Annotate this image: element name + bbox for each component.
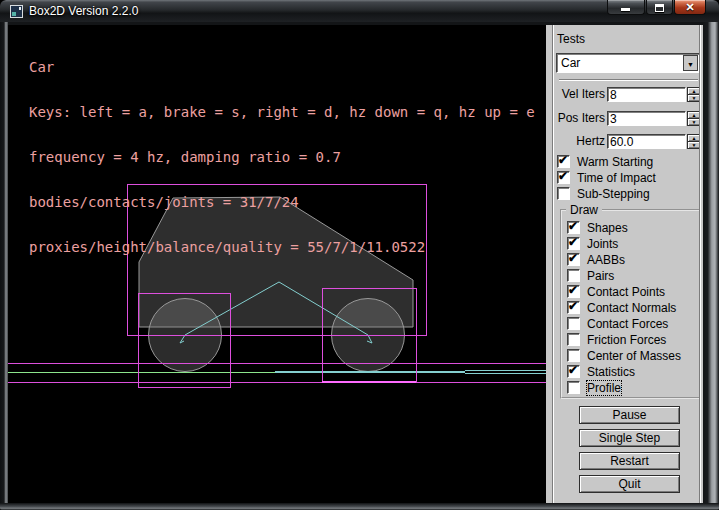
statistics-text: Car Keys: left = a, brake = s, right = d… <box>29 30 535 285</box>
checkbox-label: Friction Forces <box>587 333 666 347</box>
window-border-left <box>0 22 8 503</box>
separator <box>559 79 698 81</box>
check-icon: ✔ <box>568 235 578 249</box>
vel-iters-label: Vel Iters <box>556 87 605 102</box>
checkbox-box: ✔ <box>557 187 570 200</box>
close-button[interactable]: ✕ <box>674 0 706 15</box>
checkbox-box: ✔ <box>557 155 570 168</box>
checkbox-label: Center of Masses <box>587 349 681 363</box>
pos-iters-input[interactable] <box>610 113 682 124</box>
minimize-icon <box>621 8 630 11</box>
draw-group-legend: Draw <box>566 203 602 217</box>
checkbox-box: ✔ <box>567 285 580 298</box>
window-border-bottom <box>0 503 719 510</box>
app-icon <box>10 5 23 18</box>
vel-iters-input[interactable] <box>610 89 682 100</box>
single-step-button[interactable]: Single Step <box>579 429 680 447</box>
draw-group: Draw ✔ Shapes ✔ Joints ✔ AABBs ✔ Pairs ✔… <box>560 209 701 399</box>
window-title: Box2D Version 2.2.0 <box>29 0 138 22</box>
checkbox-box: ✔ <box>557 171 570 184</box>
triangle-down-icon: ▼ <box>692 119 697 125</box>
checkbox-box: ✔ <box>567 221 580 234</box>
maximize-button[interactable] <box>646 0 673 15</box>
hertz-row: Hertz ▲ ▼ <box>546 134 703 149</box>
spinner-down-button[interactable]: ▼ <box>687 94 701 102</box>
pos-iters-label: Pos Iters <box>556 111 605 126</box>
vel-iters-row: Vel Iters ▲ ▼ <box>546 87 703 102</box>
app-icon-dot <box>19 7 21 10</box>
vel-iters-field <box>607 87 686 102</box>
checkbox-label: Warm Starting <box>577 155 653 169</box>
check-icon: ✔ <box>558 169 568 183</box>
checkbox-box: ✔ <box>567 301 580 314</box>
app-window: Box2D Version 2.2.0 ✕ <box>0 0 719 510</box>
checkbox-label: Pairs <box>587 269 614 283</box>
check-icon: ✔ <box>558 153 568 167</box>
stats-line-keys: Keys: left = a, brake = s, right = d, hz… <box>29 105 535 120</box>
checkbox-box: ✔ <box>567 269 580 282</box>
hertz-spinner: ▲ ▼ <box>687 134 701 149</box>
checkbox-label: Joints <box>587 237 618 251</box>
quit-button[interactable]: Quit <box>579 475 680 493</box>
simulation-canvas[interactable]: Car Keys: left = a, brake = s, right = d… <box>8 25 546 503</box>
checkbox-label: Profile <box>587 381 621 395</box>
vel-iters-spinner: ▲ ▼ <box>687 87 701 102</box>
stats-line-proxies: proxies/height/balance/quality = 55/7/1/… <box>29 240 535 255</box>
tests-dropdown-button[interactable]: ▼ <box>683 55 698 71</box>
restart-button[interactable]: Restart <box>579 452 680 470</box>
stats-line-frequency: frequency = 4 hz, damping ratio = 0.7 <box>29 150 535 165</box>
app-icon-teal-square <box>12 12 16 16</box>
checkbox-label: Sub-Stepping <box>577 187 650 201</box>
minimize-button[interactable] <box>607 0 645 15</box>
hertz-label: Hertz <box>556 134 605 149</box>
checkbox-label: Contact Forces <box>587 317 668 331</box>
tests-dropdown-value: Car <box>561 55 580 72</box>
checkbox-label: Shapes <box>587 221 628 235</box>
control-panel: Tests Car ▼ Vel Iters ▲ ▼ Pos Iters ▲ ▼ … <box>546 25 703 503</box>
hertz-input[interactable] <box>610 136 682 147</box>
check-icon: ✔ <box>568 283 578 297</box>
tests-label: Tests <box>557 32 585 46</box>
checkbox-box: ✔ <box>567 365 580 378</box>
checkbox-label: Time of Impact <box>577 171 656 185</box>
triangle-down-icon: ▼ <box>692 95 697 101</box>
window-controls: ✕ <box>607 0 706 16</box>
pos-iters-field <box>607 111 686 126</box>
pos-iters-row: Pos Iters ▲ ▼ <box>546 111 703 126</box>
titlebar[interactable]: Box2D Version 2.2.0 ✕ <box>0 0 719 22</box>
check-icon: ✔ <box>568 299 578 313</box>
checkbox-box: ✔ <box>567 333 580 346</box>
checkbox-box: ✔ <box>567 317 580 330</box>
pos-iters-spinner: ▲ ▼ <box>687 111 701 126</box>
window-border-right <box>703 22 719 503</box>
close-icon: ✕ <box>675 0 705 15</box>
checkbox-label: Contact Points <box>587 285 665 299</box>
chevron-down-icon: ▼ <box>687 61 694 68</box>
checkbox-box: ✔ <box>567 237 580 250</box>
check-icon: ✔ <box>568 363 578 377</box>
stats-line-bodies: bodies/contacts/joints = 31/7/24 <box>29 195 535 210</box>
checkbox-label: AABBs <box>587 253 625 267</box>
hertz-field <box>607 134 686 149</box>
triangle-down-icon: ▼ <box>692 142 697 148</box>
tests-dropdown[interactable]: Car ▼ <box>556 53 700 73</box>
spinner-down-button[interactable]: ▼ <box>687 141 701 149</box>
checkbox-label: Statistics <box>587 365 635 379</box>
checkbox-box: ✔ <box>567 381 580 394</box>
checkbox-box: ✔ <box>567 253 580 266</box>
stats-line-test-name: Car <box>29 60 535 75</box>
check-icon: ✔ <box>568 251 578 265</box>
pause-button[interactable]: Pause <box>579 406 680 424</box>
checkbox-label: Contact Normals <box>587 301 676 315</box>
maximize-icon <box>655 4 664 12</box>
check-icon: ✔ <box>568 219 578 233</box>
spinner-down-button[interactable]: ▼ <box>687 118 701 126</box>
checkbox-box: ✔ <box>567 349 580 362</box>
